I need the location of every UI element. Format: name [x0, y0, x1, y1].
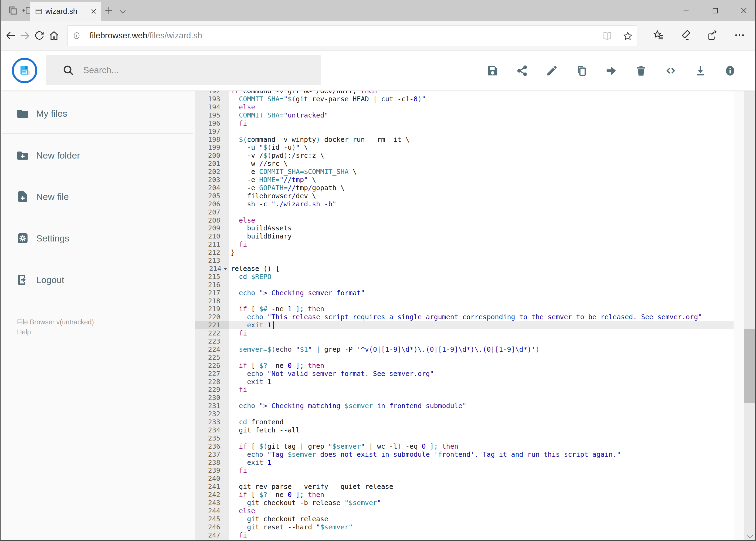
tab-preview-icon[interactable] — [7, 5, 18, 16]
sidebar-item-my-files[interactable]: My files — [0, 99, 192, 128]
browser-tab-wizard[interactable]: wizard.sh — [30, 2, 101, 21]
code-line[interactable]: git checkout release — [229, 515, 734, 523]
code-line[interactable]: filebrowser/dev \ — [229, 192, 734, 200]
code-line[interactable]: else — [229, 507, 734, 515]
code-line[interactable]: -u "$(id -u)" \ — [229, 144, 734, 152]
reading-view-icon[interactable] — [602, 31, 613, 41]
code-line[interactable] — [229, 297, 734, 305]
code-line[interactable]: else — [229, 216, 734, 225]
code-line[interactable]: if [ $# -ne 1 ]; then — [229, 305, 734, 313]
code-line[interactable]: semver=$(echo "$1" | grep -P '^v(0|[1-9]… — [229, 345, 734, 353]
edit-button[interactable] — [537, 55, 567, 87]
code-line[interactable] — [229, 281, 734, 289]
download-button[interactable] — [685, 55, 715, 87]
code-line[interactable]: -w //src \ — [229, 160, 734, 168]
home-icon[interactable] — [48, 30, 60, 42]
code-line[interactable]: buildAssets — [229, 224, 734, 232]
code-line[interactable]: fi — [229, 241, 734, 249]
code-line[interactable] — [229, 434, 734, 442]
page-scrollbar[interactable] — [744, 51, 755, 541]
move-button[interactable] — [597, 55, 626, 87]
refresh-icon[interactable] — [34, 30, 45, 42]
code-line[interactable] — [229, 128, 734, 136]
share-page-icon[interactable] — [706, 29, 718, 41]
code-line[interactable]: buildBinary — [229, 232, 734, 241]
code-line[interactable]: git rev-parse --verify --quiet release — [229, 483, 734, 491]
hub-favorites-icon[interactable] — [652, 29, 664, 41]
code-line[interactable]: if [ $? -ne 0 ]; then — [229, 362, 734, 370]
code-line[interactable]: git reset --hard "$semver" — [229, 523, 734, 531]
window-maximize-button[interactable] — [707, 4, 723, 17]
code-line[interactable]: } — [229, 249, 734, 257]
sidebar-item-new-folder[interactable]: New folder — [0, 141, 192, 170]
scrollbar-thumb[interactable] — [744, 329, 755, 403]
code-line[interactable]: echo "Tag $semver does not exist in subm… — [229, 450, 734, 459]
code-line[interactable]: exit 1 — [229, 321, 734, 329]
code-line[interactable]: $(command -v winpty) docker run --rm -it… — [229, 136, 734, 144]
code-line[interactable]: -e HOME="//tmp" \ — [229, 176, 734, 184]
copy-button[interactable] — [567, 55, 597, 87]
code-line[interactable]: -e GOPATH=//tmp/gopath \ — [229, 184, 734, 192]
code-line[interactable]: git fetch --all — [229, 426, 734, 434]
code-line[interactable]: exit 1 — [229, 459, 734, 467]
code-line[interactable]: cd $REPO — [229, 273, 734, 281]
back-icon[interactable] — [5, 30, 17, 42]
code-line[interactable]: git checkout -b release "$semver" — [229, 499, 734, 507]
search-input[interactable]: Search... — [46, 55, 321, 85]
code-line[interactable]: echo "> Checking matching $semver in fro… — [229, 402, 734, 410]
sidebar-item-new-file[interactable]: New file — [0, 182, 192, 212]
page-info-icon[interactable] — [73, 32, 81, 40]
fold-arrow-icon[interactable] — [223, 268, 227, 270]
code-line[interactable] — [229, 337, 734, 345]
code-line[interactable] — [229, 208, 734, 216]
code-line[interactable]: cd frontend — [229, 418, 734, 426]
code-line[interactable]: -e COMMIT_SHA=$COMMIT_SHA \ — [229, 168, 734, 176]
scrollbar-down-icon[interactable] — [744, 532, 755, 541]
info-button[interactable] — [715, 55, 745, 87]
code-line[interactable]: release () { — [229, 265, 734, 273]
code-editor[interactable]: 1921931941951961971981992002012022032042… — [195, 91, 734, 541]
annotate-pen-icon[interactable] — [680, 29, 691, 41]
address-bar[interactable]: filebrowser.web/files/wizard.sh — [68, 25, 637, 46]
sidebar-item-settings[interactable]: Settings — [0, 224, 192, 253]
share-button[interactable] — [507, 55, 537, 87]
code-line[interactable]: else — [229, 103, 734, 111]
line-number: 242 — [195, 491, 229, 499]
code-line[interactable]: fi — [229, 466, 734, 475]
help-link[interactable]: Help — [17, 328, 31, 336]
favorite-star-icon[interactable] — [623, 31, 633, 41]
code-line[interactable]: fi — [229, 531, 734, 539]
window-close-button[interactable] — [736, 4, 752, 17]
code-line[interactable]: if command -v git &> /dev/null; then — [229, 91, 734, 95]
sidebar-item-logout[interactable]: Logout — [0, 265, 192, 295]
window-minimize-button[interactable] — [678, 4, 694, 17]
code-line[interactable] — [229, 410, 734, 418]
save-button[interactable] — [478, 55, 507, 87]
code-line[interactable] — [229, 353, 734, 362]
code-line[interactable]: if [ $(git tag | grep "$semver" | wc -l)… — [229, 442, 734, 450]
code-line[interactable] — [229, 257, 734, 265]
code-line[interactable]: echo "Not valid semver format. See semve… — [229, 370, 734, 378]
code-line[interactable]: exit 1 — [229, 378, 734, 386]
code-line[interactable] — [229, 475, 734, 483]
code-line[interactable]: -v /$(pwd):/src:z \ — [229, 152, 734, 160]
code-line[interactable]: COMMIT_SHA="$(git rev-parse HEAD | cut -… — [229, 95, 734, 103]
delete-button[interactable] — [626, 55, 656, 87]
more-ellipsis-icon[interactable] — [734, 29, 745, 41]
code-line[interactable]: fi — [229, 386, 734, 394]
code-line[interactable]: if [ $? -ne 0 ]; then — [229, 491, 734, 499]
code-line[interactable]: COMMIT_SHA="untracked" — [229, 111, 734, 119]
tab-dropdown-chevron-icon[interactable] — [118, 7, 127, 15]
code-line[interactable] — [229, 394, 734, 402]
forward-icon[interactable] — [19, 30, 31, 42]
tab-close-icon[interactable] — [90, 7, 98, 15]
new-tab-icon[interactable] — [104, 5, 114, 16]
code-line[interactable]: echo "This release script requires a sin… — [229, 313, 734, 321]
code-line[interactable]: fi — [229, 119, 734, 128]
filebrowser-logo-icon[interactable] — [12, 58, 37, 83]
indent-guide — [241, 111, 241, 119]
code-button[interactable] — [656, 55, 685, 87]
code-line[interactable]: echo "> Checking semver format" — [229, 289, 734, 297]
code-line[interactable]: fi — [229, 329, 734, 337]
code-line[interactable]: sh -c "./wizard.sh -b" — [229, 200, 734, 208]
